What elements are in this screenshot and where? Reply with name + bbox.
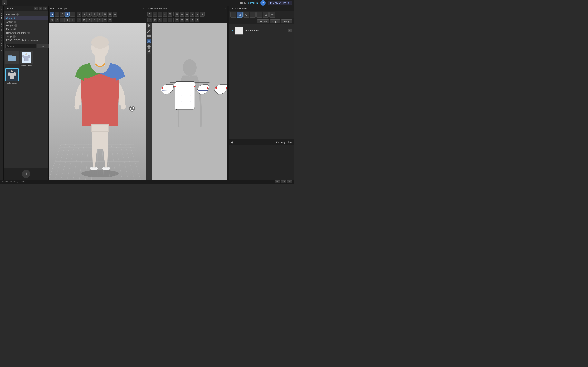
list-item[interactable]: ✓ Default Fabric ⚙ xyxy=(230,26,293,35)
assign-button[interactable]: Assign xyxy=(281,19,292,24)
tb-sim2-btn[interactable]: ≋ xyxy=(82,12,86,17)
pattern-tool-cut[interactable] xyxy=(147,39,151,43)
status-3d-btn[interactable]: 3D xyxy=(281,180,286,183)
ptb2-anim-btn[interactable]: ⊺ xyxy=(168,18,172,22)
modular-vtab[interactable]: MODULAR CONFIGURATOR xyxy=(0,22,3,54)
tb-sim3-btn[interactable]: ≋ xyxy=(87,12,92,17)
tb-rotate-btn[interactable]: ⌕ xyxy=(70,12,75,17)
tb-anim1-btn[interactable]: ≪ xyxy=(77,18,81,22)
sidebar-item-hardware-trims[interactable]: Hardware and Trims i xyxy=(4,31,48,35)
pattern-tool-select[interactable] xyxy=(147,24,151,28)
ob-tab-list[interactable]: ≡ xyxy=(230,12,236,17)
viewport-3d-expand-icon[interactable]: ⤢ xyxy=(142,7,144,10)
search-input[interactable] xyxy=(5,44,36,48)
tb-sim6-btn[interactable]: ≋ xyxy=(103,12,107,17)
ptb2-sim1[interactable]: ≋ xyxy=(174,18,179,22)
tb-garment-btn[interactable]: ▣ xyxy=(65,12,70,17)
ptb-sim2[interactable]: ≋ xyxy=(180,12,184,17)
tb-sim1-btn[interactable]: ≋ xyxy=(77,12,81,17)
list-item[interactable]: Male_...zpac xyxy=(5,68,18,84)
tb-select-btn[interactable]: ◀ xyxy=(50,12,54,17)
library-title: Library xyxy=(5,7,13,10)
tb-sim7-btn[interactable]: ≋ xyxy=(108,12,112,17)
sync-icon[interactable]: ↻ xyxy=(260,0,266,6)
app-logo[interactable]: C xyxy=(2,0,7,5)
sidebar-item-avatar[interactable]: Avatar i xyxy=(4,20,48,24)
simulation-button[interactable]: ▶ SIMULATION ▼ xyxy=(268,1,292,5)
pattern-tool-lock[interactable] xyxy=(147,50,151,54)
viewport-3d-canvas[interactable] xyxy=(49,23,146,180)
add-button[interactable]: + + Add xyxy=(257,19,269,24)
tb-sim5-btn[interactable]: ≋ xyxy=(97,12,102,17)
library-add-btn[interactable]: + xyxy=(39,7,42,10)
tb-anim4-btn[interactable]: ≋ xyxy=(92,18,97,22)
pattern-expand-icon[interactable]: ⤢ xyxy=(224,7,226,10)
simulation-label: SIMULATION xyxy=(273,2,286,4)
sidebar-item-favorites[interactable]: Favorites i xyxy=(4,13,48,16)
ptb-sim4[interactable]: ≋ xyxy=(190,12,194,17)
pattern-tool-grid[interactable] xyxy=(147,45,151,49)
fabric-settings-btn[interactable]: ⚙ xyxy=(288,29,292,33)
sidebar-item-hanger[interactable]: Hanger i xyxy=(4,24,48,27)
ptb-rect-btn[interactable]: □ xyxy=(163,12,167,17)
tb-pin2-btn[interactable]: ⊸ xyxy=(60,18,65,22)
search-refresh-btn[interactable]: ↻ xyxy=(41,44,45,48)
ob-tab-slash[interactable]: / xyxy=(256,12,262,17)
ob-tab-rect[interactable]: ▭ xyxy=(269,12,275,17)
ptb-seam-btn[interactable]: ◬ xyxy=(153,12,157,17)
ptb2-sim2[interactable]: ≋ xyxy=(180,18,184,22)
ptb-trace-btn[interactable]: ▷ xyxy=(158,12,162,17)
ptb-sim5[interactable]: ≋ xyxy=(195,12,199,17)
ptb2-sim3[interactable]: ≋ xyxy=(185,18,189,22)
tb-pin3-btn[interactable]: ⊹ xyxy=(65,18,70,22)
ptb-sim6[interactable]: ≋ xyxy=(200,12,205,17)
pattern-tool-seam[interactable] xyxy=(147,29,151,33)
ptb-sim1[interactable]: ≋ xyxy=(174,12,179,17)
ob-tab-grid[interactable]: ⊞ xyxy=(263,12,269,17)
tb-move-btn[interactable]: ✦ xyxy=(55,12,60,17)
pattern-canvas[interactable] xyxy=(146,23,227,180)
svg-marker-35 xyxy=(147,39,151,43)
tb-sim8-btn[interactable]: ≋ xyxy=(113,12,117,17)
tb-anim7-btn[interactable]: ≋ xyxy=(108,18,112,22)
sidebar-item-stage[interactable]: Stage i xyxy=(4,35,48,38)
ptb2-sim5[interactable]: ≋ xyxy=(195,18,199,22)
tb-pin4-btn[interactable]: ⊺ xyxy=(70,18,75,22)
tb-select-rect-btn[interactable]: ⊡ xyxy=(60,12,65,17)
ptb2-stitch-btn[interactable]: ✂ xyxy=(147,18,152,22)
ob-tab-line[interactable]: — xyxy=(250,12,256,17)
library-more-btn[interactable]: ▷ xyxy=(43,7,47,10)
ptb2-seam2-btn[interactable]: ✎ xyxy=(158,18,162,22)
library-refresh-btn[interactable]: ↻ xyxy=(34,7,38,10)
ptb2-pin-btn[interactable]: ⊕ xyxy=(153,18,157,22)
upload-button[interactable]: ⬆ xyxy=(22,170,30,178)
pattern-tool-measure[interactable] xyxy=(147,34,151,38)
status-30-btn[interactable]: 3D xyxy=(287,180,292,183)
ptb-lasso-btn[interactable]: ⬡ xyxy=(168,12,172,17)
sidebar-item-fabric[interactable]: Fabric i xyxy=(4,27,48,31)
list-item[interactable]: .. xyxy=(5,51,18,67)
ob-tab-fabric[interactable]: □ xyxy=(237,12,242,17)
sidebar-item-garment[interactable]: Garment xyxy=(4,16,48,20)
ptb2-seam3-btn[interactable]: ⊸ xyxy=(163,18,167,22)
tb-transform-btn[interactable]: ⊕ xyxy=(50,18,54,22)
property-editor-collapse-icon[interactable]: ◀ xyxy=(231,141,233,144)
tb-anim2-btn[interactable]: ≫ xyxy=(82,18,86,22)
status-2d-btn[interactable]: 2D xyxy=(275,180,280,183)
property-editor-title: Property Editor xyxy=(276,141,292,144)
list-item[interactable]: Femal...zpac xyxy=(20,51,33,67)
tb-anim5-btn[interactable]: ≋ xyxy=(97,18,102,22)
tb-pin-btn[interactable]: ✎ xyxy=(55,18,60,22)
ptb-sim3[interactable]: ≋ xyxy=(185,12,189,17)
ptb-cut-btn[interactable]: ◤ xyxy=(147,12,152,17)
tb-anim6-btn[interactable]: ≋ xyxy=(103,18,107,22)
sidebar-item-resources[interactable]: RESOURCES_digitalfashiontutor xyxy=(4,38,48,42)
tb-anim3-btn[interactable]: ≋ xyxy=(87,18,92,22)
ptb-sep xyxy=(173,12,173,16)
history-vtab[interactable]: HISTORY xyxy=(0,8,3,20)
ob-tab-add[interactable]: ⊕ xyxy=(243,12,249,17)
copy-button[interactable]: Copy xyxy=(270,19,280,24)
ptb2-sim4[interactable]: ≋ xyxy=(190,18,194,22)
search-filter-btn[interactable]: ▼ xyxy=(37,44,41,48)
tb-sim4-btn[interactable]: ≋ xyxy=(92,12,97,17)
